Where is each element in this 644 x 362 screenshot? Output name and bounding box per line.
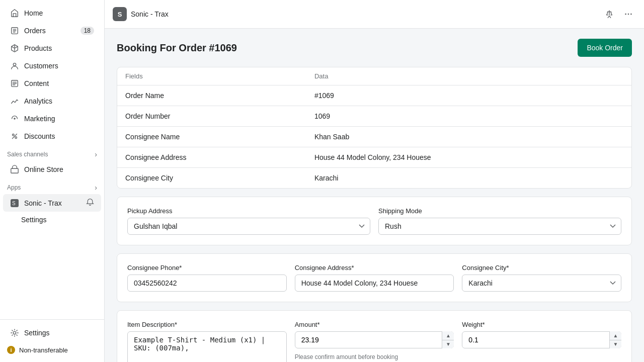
svg-point-11	[628, 14, 629, 15]
sidebar-sub-settings[interactable]: Settings	[3, 212, 101, 227]
svg-point-10	[625, 14, 626, 15]
content-icon	[10, 79, 19, 88]
sales-channels-label: Sales channels	[7, 151, 48, 158]
sidebar-item-settings-bottom[interactable]: Settings	[3, 324, 101, 341]
table-cell-value: Karachi	[306, 168, 631, 189]
sonic-trax-icon: S	[10, 199, 19, 208]
table-cell-value: #1069	[306, 85, 631, 106]
consignee-city-label: Consignee City*	[462, 264, 621, 272]
sales-channels-section: Sales channels ›	[0, 145, 104, 160]
sidebar-item-products[interactable]: Products	[3, 40, 101, 57]
weight-input[interactable]	[462, 331, 621, 348]
shipping-mode-select[interactable]: RushStandardEconomy	[378, 218, 621, 235]
amount-label: Amount*	[295, 321, 454, 328]
svg-rect-6	[11, 168, 18, 173]
sidebar-item-analytics-label: Analytics	[24, 97, 52, 105]
page-content: Booking For Order #1069 Book Order Field…	[105, 29, 644, 362]
consignee-address-input[interactable]	[295, 275, 454, 292]
pickup-address-label: Pickup Address	[127, 207, 370, 215]
order-table-body: Order Name#1069Order Number1069Consignee…	[117, 85, 631, 189]
sidebar-item-marketing[interactable]: Marketing	[3, 110, 101, 127]
table-col-data: Data	[306, 67, 631, 85]
consignee-phone-input[interactable]	[127, 275, 287, 292]
pin-button[interactable]	[602, 7, 617, 22]
amount-group: Amount* ▲ ▼ Please confirm amount before…	[295, 321, 454, 362]
table-col-fields: Fields	[117, 67, 306, 85]
item-desc-input[interactable]	[127, 331, 287, 362]
weight-down-button[interactable]: ▼	[610, 340, 621, 349]
sidebar-item-orders[interactable]: Orders 18	[3, 22, 101, 39]
table-cell-field: Order Number	[117, 106, 306, 127]
sidebar-item-products-label: Products	[24, 44, 52, 52]
discounts-icon	[10, 132, 19, 141]
orders-badge: 18	[80, 27, 94, 35]
sidebar-bottom: Settings i Non-transferable	[0, 319, 104, 362]
sidebar-item-content-label: Content	[24, 79, 49, 87]
table-cell-value: House 44 Model Colony, 234 Houese	[306, 147, 631, 168]
pickup-address-select[interactable]: Gulshan Iqbal	[127, 218, 370, 235]
topbar: S Sonic - Trax	[105, 0, 644, 29]
marketing-icon	[10, 114, 19, 123]
weight-group: Weight* ▲ ▼	[462, 321, 621, 362]
products-icon	[10, 44, 19, 53]
svg-point-12	[630, 14, 632, 15]
apps-section: Apps ›	[0, 178, 104, 194]
sidebar-item-analytics[interactable]: Analytics	[3, 93, 101, 110]
item-row: Item Description* Amount* ▲ ▼ Please con…	[117, 311, 631, 362]
consignee-row: Consignee Phone* Consignee Address* Cons…	[117, 254, 631, 302]
sales-channels-chevron[interactable]: ›	[95, 150, 97, 158]
page-header: Booking For Order #1069 Book Order	[117, 39, 632, 57]
amount-spinner: ▲ ▼	[295, 331, 454, 348]
sidebar-item-discounts[interactable]: Discounts	[3, 128, 101, 145]
amount-spinner-btns: ▲ ▼	[442, 331, 454, 348]
book-order-button[interactable]: Book Order	[578, 39, 632, 57]
svg-text:S: S	[12, 201, 16, 206]
consignee-phone-group: Consignee Phone*	[127, 264, 287, 292]
weight-spinner: ▲ ▼	[462, 331, 621, 348]
order-table: Fields Data Order Name#1069Order Number1…	[117, 67, 631, 188]
settings-icon	[10, 328, 19, 337]
apps-chevron[interactable]: ›	[95, 184, 97, 192]
sidebar-item-customers-label: Customers	[24, 62, 58, 70]
table-cell-field: Order Name	[117, 85, 306, 106]
apps-label: Apps	[7, 184, 21, 191]
non-transferable: i Non-transferable	[0, 342, 104, 358]
table-row: Consignee NameKhan Saab	[117, 127, 631, 147]
amount-up-button[interactable]: ▲	[442, 331, 454, 340]
sidebar-item-home[interactable]: Home	[3, 5, 101, 22]
svg-point-4	[13, 134, 15, 136]
weight-up-button[interactable]: ▲	[610, 331, 621, 340]
table-row: Consignee AddressHouse 44 Model Colony, …	[117, 147, 631, 168]
sidebar: Home Orders 18 Products Customers	[0, 0, 105, 362]
sidebar-item-marketing-label: Marketing	[24, 115, 55, 123]
amount-down-button[interactable]: ▼	[442, 340, 454, 349]
page-title: Booking For Order #1069	[117, 42, 237, 54]
analytics-icon	[10, 97, 19, 106]
consignee-phone-label: Consignee Phone*	[127, 264, 287, 272]
pickup-address-group: Pickup Address Gulshan Iqbal	[127, 207, 370, 235]
main-content-area: S Sonic - Trax Booking For Order #1069 B…	[105, 0, 644, 362]
amount-input[interactable]	[295, 331, 454, 348]
more-button[interactable]	[621, 7, 636, 22]
sidebar-sub-settings-label: Settings	[21, 216, 47, 224]
sidebar-item-online-store-label: Online Store	[24, 165, 63, 173]
non-transferable-label: Non-transferable	[19, 346, 68, 354]
sidebar-item-customers[interactable]: Customers	[3, 57, 101, 74]
item-desc-label: Item Description*	[127, 321, 287, 328]
shipping-mode-group: Shipping Mode RushStandardEconomy	[378, 207, 621, 235]
amount-hint: Please confirm amount before booking	[295, 353, 454, 360]
table-cell-field: Consignee City	[117, 168, 306, 189]
order-details-card: Fields Data Order Name#1069Order Number1…	[117, 67, 632, 189]
consignee-city-select[interactable]: Karachi	[462, 275, 621, 292]
topbar-logo: S	[113, 7, 127, 21]
sidebar-item-sonic-trax[interactable]: S Sonic - Trax	[3, 194, 101, 212]
store-icon	[10, 165, 19, 174]
item-desc-group: Item Description*	[127, 321, 287, 362]
sidebar-item-content[interactable]: Content	[3, 75, 101, 92]
sidebar-item-online-store[interactable]: Online Store	[3, 161, 101, 178]
orders-icon	[10, 26, 19, 35]
sidebar-item-home-label: Home	[24, 9, 43, 17]
settings-bottom-label: Settings	[24, 329, 50, 337]
consignee-city-group: Consignee City* Karachi	[462, 264, 621, 292]
sidebar-nav: Home Orders 18 Products Customers	[0, 0, 104, 319]
